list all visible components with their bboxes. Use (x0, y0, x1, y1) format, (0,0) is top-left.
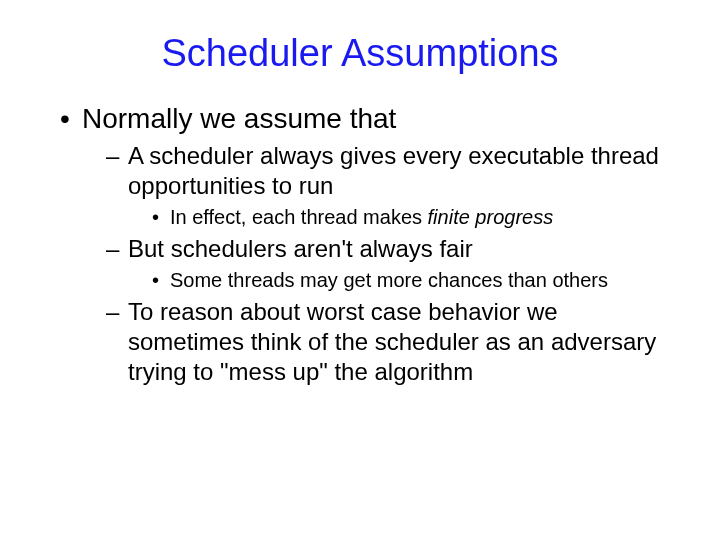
subsub-bullet-list: Some threads may get more chances than o… (152, 268, 660, 293)
subsub-bullet-item: Some threads may get more chances than o… (152, 268, 660, 293)
bullet-list: Normally we assume that A scheduler alwa… (60, 103, 660, 387)
sub-bullet-item: To reason about worst case behavior we s… (106, 297, 660, 387)
sub-bullet-item: But schedulers aren't always fair Some t… (106, 234, 660, 293)
bullet-text: Normally we assume that (82, 103, 396, 134)
sub-bullet-text: A scheduler always gives every executabl… (128, 142, 659, 199)
subsub-bullet-text: Some threads may get more chances than o… (170, 269, 608, 291)
subsub-bullet-list: In effect, each thread makes finite prog… (152, 205, 660, 230)
subsub-bullet-text: In effect, each thread makes (170, 206, 428, 228)
sub-bullet-text: To reason about worst case behavior we s… (128, 298, 656, 385)
sub-bullet-list: A scheduler always gives every executabl… (106, 141, 660, 387)
subsub-bullet-em: finite progress (428, 206, 554, 228)
sub-bullet-text: But schedulers aren't always fair (128, 235, 473, 262)
slide-title: Scheduler Assumptions (40, 32, 680, 75)
slide: Scheduler Assumptions Normally we assume… (0, 0, 720, 540)
sub-bullet-item: A scheduler always gives every executabl… (106, 141, 660, 230)
subsub-bullet-item: In effect, each thread makes finite prog… (152, 205, 660, 230)
bullet-item: Normally we assume that A scheduler alwa… (60, 103, 660, 387)
